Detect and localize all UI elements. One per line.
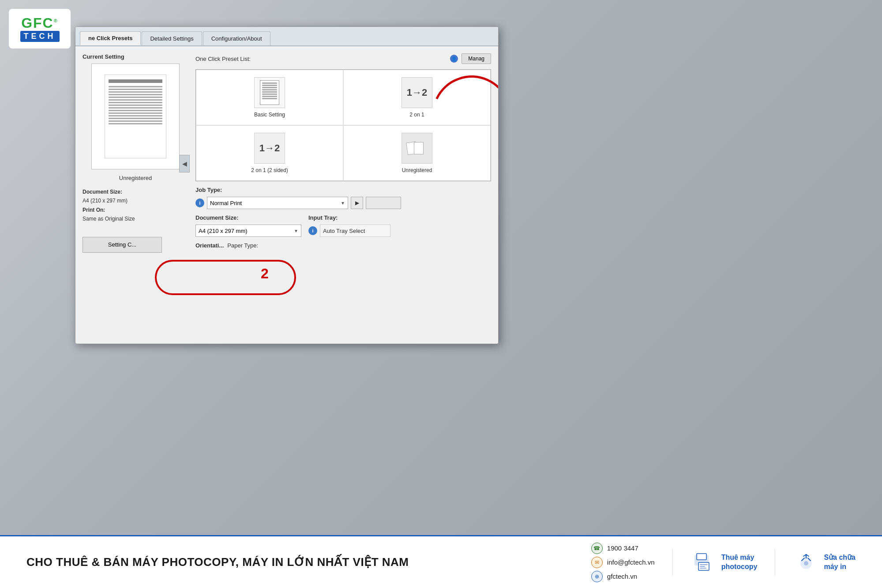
preview-line-header bbox=[109, 79, 162, 83]
current-setting-title: Current Setting bbox=[83, 53, 188, 60]
input-tray-group: Input Tray: i Auto Tray Select bbox=[308, 214, 390, 237]
tab-detailed-settings[interactable]: Detailed Settings bbox=[142, 31, 202, 45]
footer-web-row: ⊕ gfctech.vn bbox=[591, 571, 655, 582]
service-item-photocopy: Thuê máyphotocopy bbox=[691, 549, 758, 576]
doc-line-9 bbox=[109, 107, 162, 109]
doc-line-4 bbox=[109, 94, 162, 95]
logo-tech: TECH bbox=[20, 31, 60, 42]
preview-box bbox=[91, 64, 180, 169]
svg-rect-1 bbox=[697, 554, 706, 560]
photocopy-icon bbox=[691, 549, 717, 576]
footer-bar: CHO THUÊ & BÁN MÁY PHOTOCOPY, MÁY IN LỚN… bbox=[0, 535, 882, 588]
service-photocopy-text: Thuê máyphotocopy bbox=[721, 553, 758, 572]
service-repair-text: Sửa chữamáy in bbox=[824, 553, 856, 572]
preset-label-2on1: 2 on 1 bbox=[409, 112, 424, 118]
doc-size-dropdown[interactable]: A4 (210 x 297 mm) ▼ bbox=[195, 225, 301, 237]
doc-size-label: Document Size: bbox=[195, 214, 301, 221]
job-type-action-button[interactable] bbox=[366, 197, 401, 209]
logo-box: GFC® TECH bbox=[9, 9, 71, 49]
input-tray-row: i Auto Tray Select bbox=[308, 225, 390, 237]
doc-line-1 bbox=[109, 86, 162, 87]
doc-line-10 bbox=[109, 110, 162, 111]
doc-size-group: Document Size: A4 (210 x 297 mm) ▼ bbox=[195, 214, 301, 237]
left-panel: Current Setting bbox=[83, 53, 188, 337]
preset-list-label: One Click Preset List: bbox=[195, 56, 251, 62]
footer-phone-row: ☎ 1900 3447 bbox=[591, 543, 655, 554]
svg-rect-4 bbox=[700, 566, 705, 567]
preset-icon-2on1-2sided: 1→2 bbox=[254, 133, 285, 164]
manage-button[interactable]: Manag bbox=[462, 53, 491, 64]
svg-point-7 bbox=[804, 561, 808, 566]
phone-icon: ☎ bbox=[591, 543, 603, 554]
current-info: Document Size: A4 (210 x 297 mm) Print O… bbox=[83, 187, 188, 224]
footer-contacts: ☎ 1900 3447 ✉ info@gfctech.vn ⊕ gfctech.… bbox=[591, 543, 655, 582]
doc-size-info-label: Document Size: bbox=[83, 189, 122, 195]
doc-line-15 bbox=[109, 123, 162, 124]
preset-grid: Basic Setting 1→2 2 on 1 1→2 2 on 1 (2 s… bbox=[195, 69, 491, 181]
preset-item-unregistered[interactable]: Unregistered bbox=[343, 125, 491, 181]
dialog-body: Current Setting bbox=[75, 46, 498, 344]
doc-line-11 bbox=[109, 112, 162, 114]
footer-email-row: ✉ info@gfctech.vn bbox=[591, 557, 655, 568]
printer-driver-dialog: ne Click Presets Detailed Settings Confi… bbox=[75, 26, 499, 344]
print-on-label: Print On: bbox=[83, 207, 105, 213]
right-panel: One Click Preset List: 👤 Manag bbox=[195, 53, 491, 337]
job-type-row: i Normal Print ▼ ▶ bbox=[195, 197, 491, 209]
service-divider-2 bbox=[775, 549, 775, 576]
job-type-group: Job Type: i Normal Print ▼ ▶ bbox=[195, 187, 491, 209]
service-item-repair: Sửa chữamáy in bbox=[793, 549, 856, 576]
preset-icon-2on1: 1→2 bbox=[402, 77, 432, 108]
web-icon: ⊕ bbox=[591, 571, 603, 582]
input-tray-value: Auto Tray Select bbox=[320, 225, 390, 237]
doc-line-8 bbox=[109, 105, 162, 106]
job-type-play-button[interactable]: ▶ bbox=[351, 197, 363, 209]
phone-number: 1900 3447 bbox=[607, 544, 638, 552]
doc-line-2 bbox=[109, 89, 162, 90]
orientation-row: Orientati... Paper Type: bbox=[195, 242, 491, 249]
service-divider-1 bbox=[672, 549, 673, 576]
user-icon: 👤 bbox=[450, 55, 458, 63]
job-type-info-icon[interactable]: i bbox=[195, 198, 204, 207]
doc-line-13 bbox=[109, 118, 162, 119]
input-tray-info-icon[interactable]: i bbox=[308, 226, 317, 235]
print-on-value: Same as Original Size bbox=[83, 214, 188, 223]
preset-label-2on1-2sided: 2 on 1 (2 sided) bbox=[251, 167, 288, 173]
two-col-row: Document Size: A4 (210 x 297 mm) ▼ Input… bbox=[195, 214, 491, 237]
orientation-label: Orientati... bbox=[195, 242, 224, 249]
preset-icon-basic bbox=[254, 77, 285, 108]
doc-size-row: A4 (210 x 297 mm) ▼ bbox=[195, 225, 301, 237]
preset-doc-page-basic bbox=[260, 80, 279, 105]
paper-type-label: Paper Type: bbox=[227, 242, 258, 249]
doc-line-12 bbox=[109, 115, 162, 116]
doc-line-6 bbox=[109, 99, 162, 101]
website: gfctech.vn bbox=[607, 573, 637, 580]
tabs-row: ne Click Presets Detailed Settings Confi… bbox=[75, 27, 498, 46]
tab-configuration-about[interactable]: Configuration/About bbox=[203, 31, 270, 45]
email-address: info@gfctech.vn bbox=[607, 558, 655, 566]
repair-icon bbox=[793, 549, 819, 576]
svg-rect-5 bbox=[700, 568, 706, 569]
doc-line-14 bbox=[109, 120, 162, 122]
svg-rect-3 bbox=[700, 564, 708, 565]
preset-header: One Click Preset List: 👤 Manag bbox=[195, 53, 491, 64]
scroll-left-button[interactable]: ◀ bbox=[179, 155, 190, 172]
job-type-dropdown[interactable]: Normal Print ▼ bbox=[207, 197, 348, 209]
footer-main-text: CHO THUÊ & BÁN MÁY PHOTOCOPY, MÁY IN LỚN… bbox=[26, 555, 574, 569]
input-tray-label: Input Tray: bbox=[308, 214, 390, 221]
preset-item-2on1-2sided[interactable]: 1→2 2 on 1 (2 sided) bbox=[196, 125, 343, 181]
preset-label-unregistered: Unregistered bbox=[402, 167, 432, 173]
preset-item-basic[interactable]: Basic Setting bbox=[196, 70, 343, 125]
job-type-label: Job Type: bbox=[195, 187, 491, 193]
logo-gfc: GFC® bbox=[21, 16, 58, 30]
logo-area: GFC® TECH bbox=[9, 9, 71, 49]
doc-size-info-value: A4 (210 x 297 mm) bbox=[83, 196, 188, 205]
preset-icon-unregistered bbox=[402, 133, 432, 164]
doc-line-5 bbox=[109, 97, 162, 98]
doc-line-7 bbox=[109, 102, 162, 103]
tab-one-click-presets[interactable]: ne Click Presets bbox=[80, 31, 141, 45]
doc-line-3 bbox=[109, 91, 162, 93]
unregistered-label: Unregistered bbox=[83, 175, 188, 181]
preset-item-2on1[interactable]: 1→2 2 on 1 bbox=[343, 70, 491, 125]
settings-button[interactable]: Setting C... bbox=[83, 237, 162, 253]
preset-label-basic: Basic Setting bbox=[254, 112, 285, 118]
